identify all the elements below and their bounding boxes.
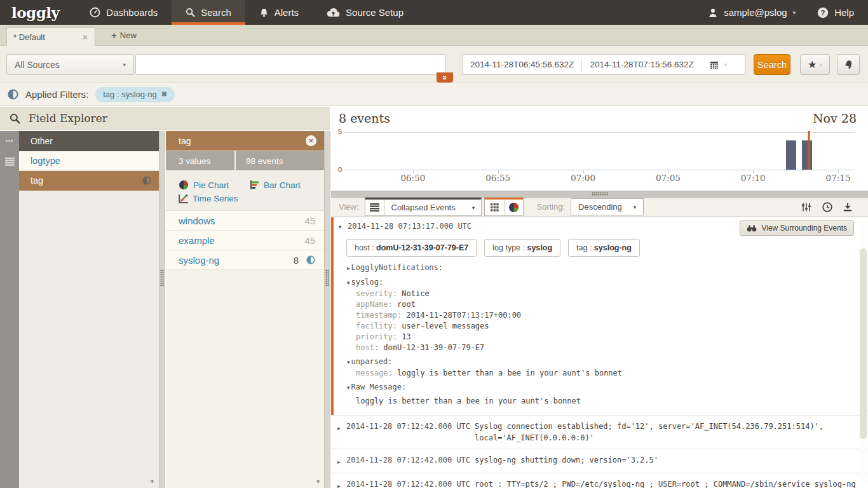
create-alert-button[interactable] — [837, 54, 860, 75]
field-value-row: syslog-ng8 — [166, 250, 324, 270]
time-from-field[interactable]: 2014-11-28T06:45:56.632Z — [463, 60, 581, 69]
event-field-chip[interactable]: host : domU-12-31-39-07-79-E7 — [346, 239, 477, 257]
bar-chart-link[interactable]: Bar Chart — [250, 180, 301, 190]
search-button[interactable]: Search — [754, 54, 790, 75]
events-count-cell[interactable]: 98 events — [236, 151, 324, 170]
view-surrounding-events-button[interactable]: View Surrounding Events — [740, 220, 854, 236]
tab-new[interactable]: + New — [105, 25, 143, 45]
close-icon[interactable]: ✕ — [306, 135, 316, 146]
nav-item-search[interactable]: Search — [172, 0, 245, 25]
help-menu[interactable]: ? Help — [817, 7, 854, 18]
event-row[interactable]: ▸2014-11-28 07:12:42.000 UTCSyslog conne… — [331, 415, 868, 449]
expand-caret-icon[interactable]: ▸ — [337, 454, 346, 468]
help-label: Help — [834, 7, 854, 18]
more-fields-icon[interactable]: ••• — [0, 131, 19, 151]
event-detail-tree: ▸LogglyNotifications:▾syslog:severity: N… — [347, 262, 868, 407]
event-field: message: loggly is better than a bee in … — [356, 368, 868, 379]
panel-splitter-left[interactable] — [159, 131, 165, 488]
filter-contrast-icon — [8, 89, 18, 100]
caret-down-icon[interactable]: ▾ — [724, 62, 728, 68]
filter-toggle-icon[interactable] — [306, 255, 315, 264]
field-item-tag[interactable]: tag — [19, 171, 159, 191]
events-scrollbar[interactable] — [859, 220, 867, 486]
field-list-icon[interactable] — [0, 151, 19, 172]
chart-splitter[interactable] — [331, 191, 868, 198]
filter-contrast-icon — [142, 176, 151, 185]
collapse-caret-icon[interactable]: ▾ — [347, 280, 350, 286]
grid-view-button[interactable] — [485, 200, 504, 215]
scroll-down-icon[interactable]: ▾ — [151, 478, 154, 485]
field-explorer-header: Field Explorer — [0, 107, 330, 130]
field-item-label: tag — [31, 175, 43, 186]
scroll-down-icon[interactable]: ▾ — [316, 478, 320, 485]
event-message: syslog-ng shutting down; version='3.2.5' — [475, 454, 860, 466]
user-email: sample@pslog — [724, 7, 787, 18]
expand-caret-icon[interactable]: ▸ — [337, 478, 346, 488]
tab-default[interactable]: * Default ✕ — [6, 27, 95, 46]
pie-chart-link[interactable]: Pie Chart — [179, 180, 250, 190]
histogram-bar[interactable] — [802, 140, 812, 170]
field-value-link[interactable]: windows — [179, 215, 304, 226]
download-icon[interactable] — [843, 203, 852, 212]
event-field: host: domU-12-31-39-07-79-E7 — [356, 342, 868, 353]
event-row[interactable]: ▸2014-11-28 07:12:42.000 UTCsyslog-ng sh… — [331, 449, 868, 473]
remove-filter-icon[interactable]: ✖ — [161, 90, 167, 98]
event-field-chip[interactable]: tag : syslog-ng — [568, 239, 640, 257]
event-row[interactable]: ▸2014-11-28 07:12:42.000 UTCroot : TTY=p… — [331, 473, 868, 488]
expand-caret-icon[interactable]: ▸ — [347, 265, 350, 271]
search-query-input[interactable] — [135, 54, 446, 75]
new-tab-label: New — [120, 30, 137, 40]
field-group-other[interactable]: Other — [19, 131, 159, 151]
y-axis-max-label: 5 — [333, 128, 342, 135]
tab-close-icon[interactable]: ✕ — [82, 33, 88, 42]
chip-key: log type : — [492, 243, 527, 252]
values-count-cell[interactable]: 3 values — [166, 151, 234, 170]
event-message: Syslog connection established; fd='12', … — [475, 421, 860, 444]
tag-card-header: tag ✕ — [166, 131, 324, 151]
filter-chip-tag-syslog-ng[interactable]: tag : syslog-ng ✖ — [95, 87, 175, 102]
toolbar-right-icons — [801, 202, 860, 212]
time-to-field[interactable]: 2014-11-28T07:15:56.632Z — [582, 60, 701, 69]
event-field-chip[interactable]: log type : syslog — [484, 239, 560, 257]
field-value-link[interactable]: example — [179, 235, 304, 246]
pie-chart-icon — [179, 180, 189, 190]
collapse-caret-icon[interactable]: ▾ — [347, 384, 350, 391]
histogram-bar[interactable] — [786, 140, 796, 170]
expand-caret-icon[interactable]: ▸ — [337, 421, 346, 434]
time-series-link[interactable]: Time Series — [179, 194, 238, 203]
scroll-up-icon[interactable]: ▴ — [316, 136, 320, 143]
collapse-caret-icon[interactable]: ▾ — [347, 359, 350, 365]
column-settings-icon[interactable] — [801, 203, 811, 212]
histogram-plot-area[interactable] — [344, 132, 854, 170]
event-time-marker — [808, 131, 810, 170]
x-axis-tick-label: 06:50 — [400, 173, 425, 183]
event-timestamp: 2014-11-28 07:12:42.000 UTC — [346, 454, 475, 466]
nav-item-alerts[interactable]: Alerts — [245, 0, 313, 25]
collapse-caret-icon[interactable]: ▾ — [339, 222, 348, 230]
expand-search-toggle[interactable]: » — [437, 72, 453, 83]
sorting-dropdown[interactable]: Descending ▾ — [571, 198, 644, 215]
field-value-link[interactable]: syslog-ng — [179, 255, 294, 266]
scrollbar-thumb[interactable] — [860, 248, 867, 439]
applied-filters-row: Applied Filters: tag : syslog-ng ✖ — [0, 83, 868, 106]
nav-item-dashboards[interactable]: Dashboards — [76, 0, 172, 25]
list-view-button[interactable] — [365, 200, 384, 215]
panel-splitter-right[interactable] — [324, 131, 330, 488]
saved-searches-button[interactable]: ★ ▾ — [800, 54, 830, 75]
field-item-logtype[interactable]: logtype — [19, 151, 159, 171]
calendar-icon[interactable] — [709, 60, 719, 70]
chip-key: tag : — [576, 243, 594, 252]
charts-view-button[interactable] — [504, 200, 523, 215]
field-value-row: windows45 — [166, 211, 324, 231]
user-menu[interactable]: sample@pslog ▾ — [708, 7, 796, 18]
filter-chip-text: tag : syslog-ng — [103, 90, 157, 99]
top-nav: loggly Dashboards Search Alerts Source S… — [0, 0, 868, 25]
nav-item-source-setup[interactable]: Source Setup — [313, 0, 417, 25]
event-field-key: severity: — [356, 289, 397, 298]
view-mode-dropdown[interactable]: Collapsed Events ▾ — [384, 200, 482, 215]
clock-icon[interactable] — [822, 202, 832, 212]
search-icon — [186, 8, 195, 17]
chart-date-label: Nov 28 — [813, 111, 857, 125]
bar-chart-label: Bar Chart — [264, 180, 301, 190]
source-groups-dropdown[interactable]: All Sources ▾ — [6, 54, 134, 75]
